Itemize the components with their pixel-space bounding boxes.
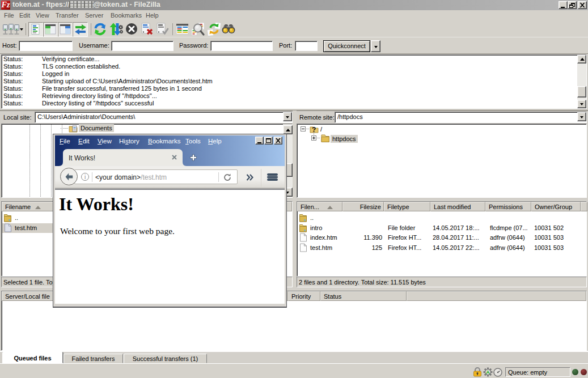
svg-text:A: A (486, 369, 490, 375)
